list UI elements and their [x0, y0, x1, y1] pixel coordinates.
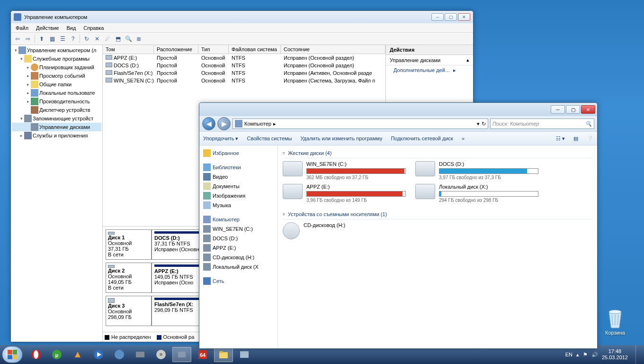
group-hard-drives[interactable]: ▿Жесткие диски (4) [283, 148, 592, 158]
taskbar-explorer-icon[interactable] [214, 347, 233, 362]
menu-help[interactable]: Справка [80, 24, 107, 32]
forward-button[interactable]: ▶ [217, 117, 231, 130]
preview-pane-button[interactable]: ▤ [573, 136, 578, 142]
search-input[interactable]: Поиск: Компьютер 🔍 [490, 118, 594, 129]
uninstall-button[interactable]: Удалить или изменить программу [300, 136, 382, 141]
tree-videos[interactable]: Видео [201, 172, 276, 182]
col-fs[interactable]: Файловая система [229, 45, 281, 54]
tree-drive-x[interactable]: Локальный диск (X [201, 262, 276, 272]
group-removable[interactable]: ▿Устройства со съемными носителями (1) [283, 209, 592, 219]
actions-more[interactable]: Дополнительные дей… ▸ [386, 65, 473, 75]
menu-view[interactable]: Вид [63, 24, 79, 32]
find-icon[interactable]: 🔍 [124, 34, 133, 44]
col-type[interactable]: Тип [198, 45, 229, 54]
actions-section[interactable]: Управление дисками▴ [386, 55, 473, 65]
minimize-button[interactable]: ─ [551, 105, 565, 114]
chevron-icon[interactable]: ▸ [273, 121, 276, 127]
taskbar-app2-icon[interactable] [131, 347, 150, 362]
tree-event-viewer[interactable]: ▸Просмотр событий [12, 72, 101, 80]
tree-device-mgr[interactable]: Диспетчер устройств [12, 106, 101, 114]
volume-row[interactable]: WIN_SE7EN (C:)ПростойОсновнойNTFSИсправе… [103, 77, 385, 84]
tree-libraries[interactable]: Библиотеки [201, 163, 276, 172]
volume-row[interactable]: APPZ (E:)ПростойОсновнойNTFSИсправен (Ос… [103, 54, 385, 62]
tree-network[interactable]: Сеть [201, 276, 276, 286]
start-button[interactable] [2, 346, 23, 363]
tree-computer[interactable]: Компьютер [201, 215, 276, 224]
close-button[interactable]: ✕ [581, 105, 595, 114]
menu-file[interactable]: Файл [13, 24, 31, 32]
tree-drive-e[interactable]: APPZ (E:) [201, 243, 276, 253]
tray-action-center-icon[interactable]: ⚑ [583, 352, 588, 358]
refresh-icon[interactable]: ↻ [82, 34, 91, 44]
taskbar-opera-icon[interactable] [27, 347, 45, 362]
tree-drive-d[interactable]: DOCS (D:) [201, 234, 276, 243]
help-icon[interactable]: ? [68, 34, 78, 44]
list-icon[interactable]: ≣ [134, 34, 143, 44]
drive-item[interactable]: APPZ (E:)3,96 ГБ свободно из 149 ГБ [283, 184, 406, 203]
clock[interactable]: 17:48 25.03.2012 [602, 348, 628, 361]
tree-storage[interactable]: ▾Запоминающие устройст [12, 114, 101, 123]
col-status[interactable]: Состояние [281, 45, 385, 54]
tree-local-users[interactable]: ▸Локальные пользовате [12, 89, 101, 97]
maximize-button[interactable]: ▢ [445, 13, 457, 21]
taskbar-wmp-icon[interactable] [89, 347, 108, 362]
tree-performance[interactable]: ▸Производительность [12, 97, 101, 106]
menu-action[interactable]: Действие [33, 24, 62, 32]
tray-flag-icon[interactable]: ▴ [576, 352, 579, 358]
drive-item[interactable]: Локальный диск (X:)294 ГБ свободно из 29… [415, 184, 538, 203]
map-drive-button[interactable]: Подключить сетевой диск [391, 136, 453, 141]
tree-root[interactable]: ▾Управление компьютером (л [12, 46, 101, 55]
col-layout[interactable]: Расположение [154, 45, 198, 54]
tree-scheduler[interactable]: ▸Планировщик заданий [12, 63, 101, 72]
action2-icon[interactable]: ⬒ [113, 34, 123, 44]
col-volume[interactable]: Том [103, 45, 154, 54]
dropdown-icon[interactable]: ▾ [477, 121, 480, 127]
view-button[interactable]: ☷ ▾ [556, 136, 565, 142]
taskbar-aida64-icon[interactable]: 64 [193, 347, 212, 362]
drive-item[interactable]: WIN_SE7EN (C:)362 МБ свободно из 37,2 ГБ [283, 161, 406, 180]
taskbar-compmgmt-icon[interactable] [172, 347, 191, 362]
organize-button[interactable]: Упорядочить ▾ [203, 136, 238, 142]
back-button[interactable]: ◀ [202, 117, 215, 130]
language-indicator[interactable]: EN [565, 352, 572, 357]
overflow-button[interactable]: » [462, 136, 465, 141]
delete-icon[interactable]: ✕ [92, 34, 102, 44]
tree-favorites[interactable]: Избранное [201, 148, 276, 158]
recycle-bin[interactable]: Корзина [605, 307, 625, 336]
maximize-button[interactable]: ▢ [566, 105, 580, 114]
view-icon[interactable]: ☰ [58, 34, 67, 44]
action1-icon[interactable]: ☄ [103, 34, 112, 44]
taskbar-app3-icon[interactable] [235, 347, 254, 362]
tree-drive-c[interactable]: WIN_SE7EN (C:) [201, 224, 276, 234]
close-button[interactable]: ✕ [458, 13, 470, 21]
breadcrumb[interactable]: Компьютер [244, 121, 271, 127]
volume-row[interactable]: Flash/Se7en (X:)ПростойОсновнойNTFSИспра… [103, 69, 385, 77]
tree-services[interactable]: ▸Службы и приложения [12, 131, 101, 140]
help-button[interactable]: ❔ [587, 136, 593, 142]
system-properties-button[interactable]: Свойства системы [247, 136, 292, 141]
tree-images[interactable]: Изображения [201, 191, 276, 200]
drive-item[interactable]: DOCS (D:)3,97 ГБ свободно из 37,3 ГБ [415, 161, 538, 180]
taskbar-winamp-icon[interactable] [68, 347, 87, 362]
taskbar-disc-icon[interactable] [152, 347, 170, 362]
up-icon[interactable]: ⬆ [37, 34, 46, 44]
tree-disk-mgmt[interactable]: Управление дисками [12, 123, 101, 131]
minimize-button[interactable]: ─ [431, 13, 444, 21]
tree-cd-drive[interactable]: CD-дисковод (H:) [201, 253, 276, 262]
explorer-titlebar[interactable]: ─ ▢ ✕ [199, 103, 597, 116]
tree-shared-folders[interactable]: ▸Общие папки [12, 80, 101, 89]
back-icon[interactable]: ⇦ [13, 34, 22, 44]
address-bar[interactable]: Компьютер ▸ ▾ ↻ [233, 118, 488, 129]
taskbar-app1-icon[interactable] [110, 347, 129, 362]
prop-icon[interactable]: ▦ [47, 34, 57, 44]
volume-row[interactable]: DOCS (D:)ПростойОсновнойNTFSИсправен (Ос… [103, 62, 385, 69]
show-desktop-button[interactable] [635, 345, 640, 364]
cd-drive-item[interactable]: CD-дисковод (H:) [283, 222, 406, 239]
tree-utilities[interactable]: ▾Служебные программы [12, 55, 101, 63]
taskbar-utorrent-icon[interactable]: µ [47, 347, 66, 362]
forward-icon[interactable]: ⇨ [23, 34, 33, 44]
tree-music[interactable]: Музыка [201, 200, 276, 210]
tray-volume-icon[interactable]: 🔊 [591, 352, 598, 358]
refresh-icon[interactable]: ↻ [482, 121, 486, 127]
tree-documents[interactable]: Документы [201, 182, 276, 191]
